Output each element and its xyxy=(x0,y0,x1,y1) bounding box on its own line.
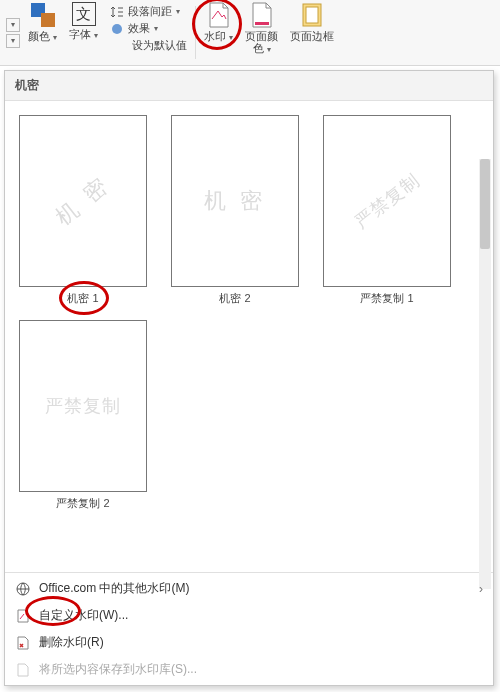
chevron-down-icon: ▾ xyxy=(94,31,98,40)
watermark-option[interactable]: 严禁复制 严禁复制 1 xyxy=(323,115,451,306)
fonts-label: 字体 xyxy=(69,28,91,40)
effects-button[interactable]: 效果 ▾ xyxy=(110,21,187,36)
font-icon: 文 xyxy=(72,2,96,26)
spacing-icon xyxy=(110,5,124,19)
more-watermarks-office[interactable]: Office.com 中的其他水印(M) › xyxy=(5,575,493,602)
chevron-down-icon: ▾ xyxy=(154,24,158,33)
page-color-button[interactable]: 页面颜 色 ▾ xyxy=(245,2,278,55)
more-watermarks-label: Office.com 中的其他水印(M) xyxy=(39,580,189,597)
effects-icon xyxy=(110,22,124,36)
scrollbar[interactable] xyxy=(479,159,491,589)
svg-rect-1 xyxy=(255,22,269,25)
watermark-preview-text: 严禁复制 xyxy=(350,168,425,234)
ribbon-group-page-border: 页面边框 xyxy=(284,0,340,65)
ribbon-group-fonts: 文 字体 ▾ xyxy=(63,0,104,65)
effects-label: 效果 xyxy=(128,21,150,36)
page-color-icon xyxy=(249,2,275,28)
watermark-label: 水印 xyxy=(204,30,226,42)
panel-section-title: 机密 xyxy=(5,71,493,101)
set-default-button[interactable]: 设为默认值 xyxy=(132,38,187,53)
set-default-label: 设为默认值 xyxy=(132,38,187,53)
watermark-dropdown-panel: 机密 机 密 机密 1 机 密 机密 2 严禁复制 严禁复制 1 xyxy=(4,70,494,686)
panel-footer: Office.com 中的其他水印(M) › 自定义水印(W)... 删除水印(… xyxy=(5,572,493,685)
watermark-option-label: 严禁复制 1 xyxy=(360,291,413,306)
separator xyxy=(195,6,196,59)
remove-watermark-label: 删除水印(R) xyxy=(39,634,104,651)
watermark-option[interactable]: 机 密 机密 1 xyxy=(19,115,147,306)
ribbon-group-colors: 颜色 ▾ xyxy=(22,0,63,65)
colors-label: 颜色 xyxy=(28,30,50,42)
chevron-down-icon: ▾ xyxy=(176,7,180,16)
page-color-label: 页面颜 色 xyxy=(245,30,278,54)
chevron-down-icon: ▾ xyxy=(229,33,233,42)
page-border-button[interactable]: 页面边框 xyxy=(290,2,334,42)
page-thumbnail: 机 密 xyxy=(19,115,147,287)
page-border-icon xyxy=(299,2,325,28)
page-thumbnail: 严禁复制 xyxy=(19,320,147,492)
chevron-right-icon: › xyxy=(479,582,483,596)
watermark-option-label: 严禁复制 2 xyxy=(56,496,109,511)
custom-watermark[interactable]: 自定义水印(W)... xyxy=(5,602,493,629)
page-thumbnail: 严禁复制 xyxy=(323,115,451,287)
globe-icon xyxy=(15,581,31,597)
save-to-gallery-label: 将所选内容保存到水印库(S)... xyxy=(39,661,197,678)
page-border-label: 页面边框 xyxy=(290,30,334,42)
chevron-down-icon: ▾ xyxy=(53,33,57,42)
watermark-gallery: 机 密 机密 1 机 密 机密 2 严禁复制 严禁复制 1 严禁复制 严禁复制 … xyxy=(5,101,493,572)
watermark-icon xyxy=(206,2,232,28)
paragraph-spacing-button[interactable]: 段落间距 ▾ xyxy=(110,4,187,19)
custom-watermark-label: 自定义水印(W)... xyxy=(39,607,128,624)
ribbon-group-watermark: 水印 ▾ xyxy=(198,0,239,65)
ribbon-group-page-color: 页面颜 色 ▾ xyxy=(239,0,284,65)
colors-icon xyxy=(30,2,56,28)
svg-rect-3 xyxy=(306,7,318,23)
svg-point-0 xyxy=(112,24,122,34)
page-thumbnail: 机 密 xyxy=(171,115,299,287)
page-save-icon xyxy=(15,662,31,678)
colors-button[interactable]: 颜色 ▾ xyxy=(28,2,57,43)
watermark-option[interactable]: 机 密 机密 2 xyxy=(171,115,299,306)
ribbon: ▾ ▾ 颜色 ▾ 文 字体 ▾ 段落间距 ▾ xyxy=(0,0,500,66)
scrollbar-thumb[interactable] xyxy=(480,159,490,249)
save-to-gallery: 将所选内容保存到水印库(S)... xyxy=(5,656,493,683)
chevron-down-icon: ▾ xyxy=(267,45,271,54)
ribbon-group-paragraph: 段落间距 ▾ 效果 ▾ 设为默认值 xyxy=(104,0,193,65)
watermark-preview-text: 机 密 xyxy=(204,186,266,216)
watermark-option-label: 机密 1 xyxy=(67,292,98,304)
watermark-option[interactable]: 严禁复制 严禁复制 2 xyxy=(19,320,147,511)
watermark-option-label: 机密 2 xyxy=(219,291,250,306)
watermark-preview-text: 严禁复制 xyxy=(45,394,121,418)
fonts-button[interactable]: 文 字体 ▾ xyxy=(69,2,98,41)
watermark-button[interactable]: 水印 ▾ xyxy=(204,2,233,43)
dropdown-caret-icon[interactable]: ▾ xyxy=(6,34,20,48)
page-icon xyxy=(15,608,31,624)
ribbon-left-controls: ▾ ▾ xyxy=(4,0,22,65)
remove-watermark[interactable]: 删除水印(R) xyxy=(5,629,493,656)
page-delete-icon xyxy=(15,635,31,651)
paragraph-spacing-label: 段落间距 xyxy=(128,4,172,19)
dropdown-caret-icon[interactable]: ▾ xyxy=(6,18,20,32)
watermark-preview-text: 机 密 xyxy=(49,170,116,232)
